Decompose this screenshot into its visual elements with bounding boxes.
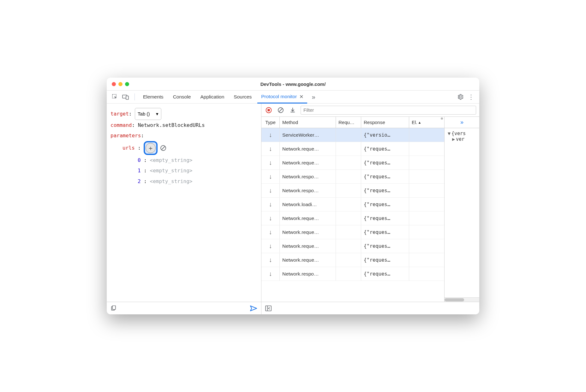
url-item[interactable]: 2 : <empty_string> [111,176,257,187]
send-command-button[interactable] [250,305,257,312]
command-editor-body: target: Tab () ▾ command: Network.setBlo… [107,104,261,302]
target-select[interactable]: Tab () ▾ [135,108,161,120]
target-label: target [111,111,129,117]
svg-rect-8 [268,109,270,111]
table-row[interactable]: ↓Network.respo…{"reques… [261,184,444,198]
row-direction-icon: ↓ [261,170,280,183]
col-method[interactable]: Method [280,117,336,128]
details-tabs[interactable]: » [445,117,479,128]
row-direction-icon: ↓ [261,128,280,142]
table-row[interactable]: ↓Network.reque…{"reques… [261,253,444,267]
row-request [336,211,361,225]
clear-urls-button[interactable] [159,144,167,152]
row-request [336,156,361,169]
table-row[interactable]: ↓Network.reque…{"reques… [261,239,444,253]
inspect-icon[interactable] [111,92,119,101]
row-method: Network.reque… [280,211,336,225]
json-child[interactable]: ▶ver [448,136,477,142]
table-row[interactable]: ↓Network.reque…{"reques… [261,225,444,239]
add-url-button[interactable]: ＋ [144,141,158,155]
more-tabs-icon[interactable]: » [460,119,463,126]
svg-line-4 [162,146,165,150]
row-direction-icon: ↓ [261,211,280,225]
row-request [336,253,361,267]
left-footer [107,302,261,314]
col-type[interactable]: Type [261,117,280,128]
table-row[interactable]: ↓Network.respo…{"reques… [261,267,444,281]
row-direction-icon: ↓ [261,142,280,156]
url-item[interactable]: 1 : <empty_string> [111,165,257,176]
row-response: {"reques… [361,198,409,211]
settings-icon[interactable] [456,92,465,101]
scroll-thumb[interactable] [445,298,464,301]
target-row: target: Tab () ▾ [111,108,257,120]
col-elapsed[interactable]: El.▲ [409,117,444,128]
row-direction-icon: ↓ [261,267,280,281]
filter-input[interactable] [301,106,476,115]
svg-rect-6 [112,306,116,309]
col-response[interactable]: Response [361,117,409,128]
minimize-window-button[interactable] [118,82,123,86]
table-row[interactable]: ↓Network.reque…{"reques… [261,142,444,156]
clear-log-button[interactable] [277,106,285,114]
h-scrollbar[interactable] [445,297,479,302]
row-direction-icon: ↓ [261,253,280,267]
row-elapsed [409,267,444,281]
row-response: {"versio… [361,128,409,142]
row-response: {"reques… [361,225,409,239]
titlebar: DevTools - www.google.com/ [107,78,479,90]
table-row[interactable]: ↓ServiceWorker…{"versio… [261,128,444,142]
row-request [336,142,361,156]
row-request [336,225,361,239]
row-elapsed [409,239,444,253]
command-label: command [111,122,132,128]
copy-icon[interactable] [111,306,116,311]
table-row[interactable]: ↓Network.respo…{"reques… [261,170,444,184]
download-icon[interactable] [289,106,297,114]
table-row[interactable]: ↓Network.reque…{"reques… [261,156,444,170]
row-method: Network.respo… [280,170,336,183]
tab-elements[interactable]: Elements [139,91,167,103]
row-response: {"reques… [361,267,409,281]
row-elapsed [409,211,444,225]
main-toolbar: Elements Console Application Sources Pro… [107,90,479,104]
row-response: {"reques… [361,156,409,169]
row-request [336,239,361,253]
row-elapsed [409,156,444,169]
row-response: {"reques… [361,142,409,156]
row-method: Network.reque… [280,156,336,169]
tab-label: Protocol monitor [261,94,297,99]
row-elapsed [409,253,444,267]
row-elapsed [409,170,444,183]
row-method: ServiceWorker… [280,128,336,142]
chevron-down-icon: ▾ [156,109,158,119]
kebab-menu-icon[interactable]: ⋮ [467,92,475,101]
table-body: ↓ServiceWorker…{"versio…↓Network.reque…{… [261,128,444,302]
right-footer [261,302,479,314]
row-direction-icon: ↓ [261,239,280,253]
row-method: Network.loadi… [280,198,336,211]
log-table: Type Method Requ… Response El.▲ ↓Service… [261,117,445,302]
tab-protocol-monitor[interactable]: Protocol monitor ✕ [257,91,307,104]
table-row[interactable]: ↓Network.reque…{"reques… [261,211,444,225]
row-request [336,267,361,281]
close-tab-icon[interactable]: ✕ [299,94,303,100]
device-toggle-icon[interactable] [121,92,130,101]
log-body: Type Method Requ… Response El.▲ ↓Service… [261,117,479,302]
tab-application[interactable]: Application [197,91,228,103]
record-button[interactable] [265,106,273,114]
tab-console[interactable]: Console [169,91,195,103]
log-toolbar [261,104,479,117]
toggle-sidebar-icon[interactable] [265,306,272,311]
maximize-window-button[interactable] [125,82,129,86]
more-tabs-icon[interactable]: » [309,92,318,101]
row-method: Network.respo… [280,184,336,197]
url-item[interactable]: 0 : <empty_string> [111,155,257,166]
col-request[interactable]: Requ… [336,117,361,128]
urls-row: urls : ＋ [111,141,257,155]
row-response: {"reques… [361,239,409,253]
json-root[interactable]: ▼{vers [448,131,477,136]
table-row[interactable]: ↓Network.loadi…{"reques… [261,198,444,211]
close-window-button[interactable] [112,82,116,86]
tab-sources[interactable]: Sources [230,91,255,103]
